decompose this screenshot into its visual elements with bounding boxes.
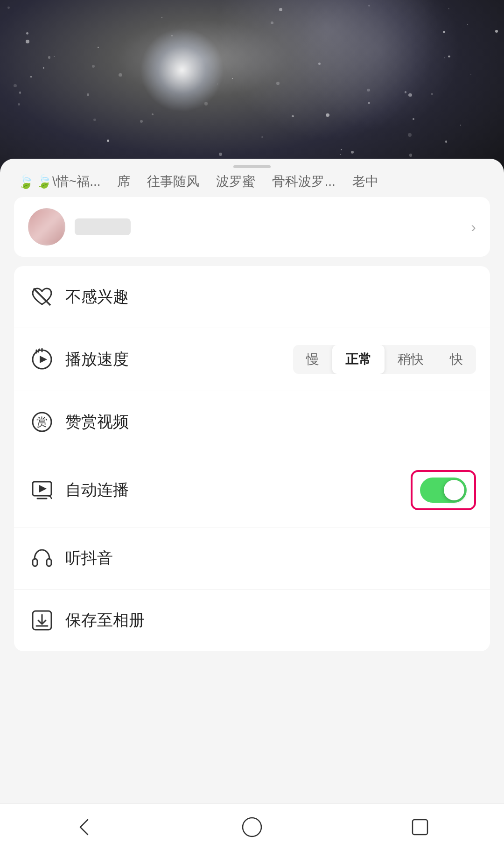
chevron-right-icon: › [471,218,476,236]
tab-item-1[interactable]: 席 [109,173,139,190]
user-card[interactable]: › [14,197,490,257]
reward-icon: 赏 [28,408,56,436]
tab-label-2: 往事随风 [147,174,199,189]
menu-item-playback-speed[interactable]: 播放速度 慢 正常 稍快 快 [14,328,490,391]
menu-list: 不感兴趣 播放速度 慢 正常 稍快 快 [14,266,490,651]
nav-home-button[interactable] [233,808,271,846]
svg-rect-10 [33,559,37,566]
autoplay-toggle[interactable] [420,478,467,503]
tab-item-0[interactable]: 🍃 🍃\惜~福... [9,173,109,190]
nav-recent-button[interactable] [401,808,439,846]
download-icon [28,606,56,634]
listen-label: 听抖音 [65,548,113,569]
toggle-knob [444,480,464,500]
tab-item-4[interactable]: 骨科波罗... [264,173,343,190]
tabs-bar: 🍃 🍃\惜~福... 席 往事随风 波罗蜜 骨科波罗... 老中 [0,168,504,197]
tab-label-5: 老中 [352,174,378,189]
menu-item-autoplay[interactable]: 自动连播 [14,453,490,527]
menu-item-not-interested[interactable]: 不感兴趣 [14,266,490,328]
tab-label-3: 波罗蜜 [216,174,255,189]
speed-slightly-fast[interactable]: 稍快 [385,345,437,374]
tab-label-1: 席 [117,174,130,189]
svg-text:赏: 赏 [36,416,48,428]
svg-line-4 [38,349,39,352]
speed-normal[interactable]: 正常 [332,345,385,374]
nav-bar [0,803,504,850]
headphone-icon [28,544,56,572]
bottom-sheet: 🍃 🍃\惜~福... 席 往事随风 波罗蜜 骨科波罗... 老中 › [0,159,504,850]
svg-marker-9 [39,485,47,492]
speed-controls: 慢 正常 稍快 快 [293,345,476,374]
leaf-icon: 🍃 [18,174,34,190]
menu-item-reward[interactable]: 赏 赞赏视频 [14,391,490,453]
avatar [28,208,65,246]
username-placeholder [75,218,131,235]
menu-item-listen[interactable]: 听抖音 [14,527,490,590]
svg-point-15 [243,818,261,836]
svg-rect-11 [47,559,51,566]
speed-slow[interactable]: 慢 [293,345,332,374]
reward-label: 赞赏视频 [65,411,129,433]
tab-label-0: 🍃\惜~福... [36,173,100,190]
playback-speed-label: 播放速度 [65,349,129,370]
tab-item-5[interactable]: 老中 [344,173,387,190]
tab-item-2[interactable]: 往事随风 [139,173,208,190]
save-label: 保存至相册 [65,610,145,631]
svg-marker-2 [40,356,47,363]
play-speed-icon [28,345,56,373]
speed-fast[interactable]: 快 [437,345,476,374]
nav-back-button[interactable] [65,808,103,846]
heart-off-icon [28,283,56,311]
tab-label-4: 骨科波罗... [272,174,335,189]
autoplay-label: 自动连播 [65,479,129,501]
autoplay-icon [28,476,56,504]
menu-item-save[interactable]: 保存至相册 [14,590,490,651]
svg-rect-16 [413,820,427,835]
autoplay-toggle-container [411,470,476,510]
not-interested-label: 不感兴趣 [65,286,129,308]
tab-item-3[interactable]: 波罗蜜 [208,173,264,190]
user-info [28,208,131,246]
